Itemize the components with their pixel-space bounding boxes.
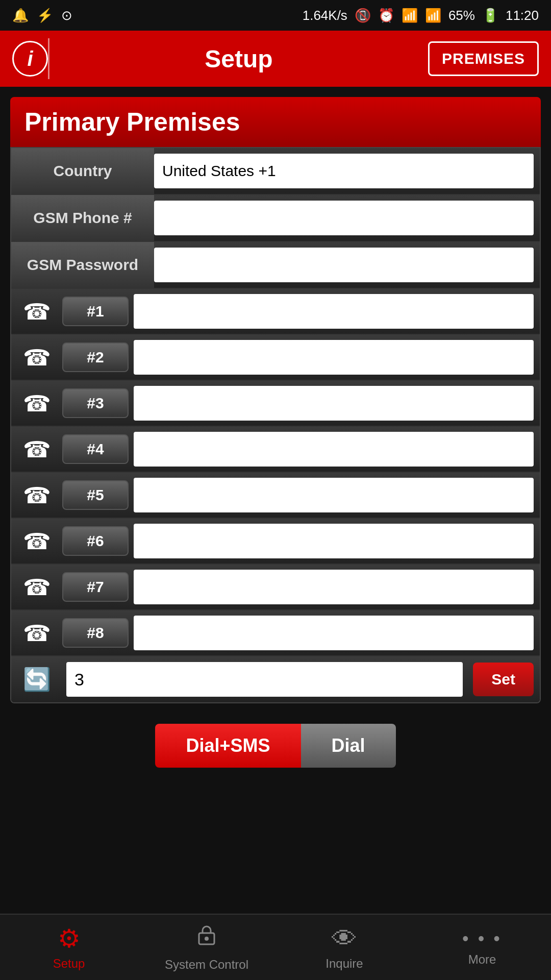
phone-icon-3: ☎ — [23, 390, 51, 416]
phone-icon-wrap-4: ☎ — [11, 436, 62, 462]
nav-item-system-control[interactable]: System Control — [138, 923, 276, 972]
clock: 11:20 — [506, 8, 539, 23]
phone-num-button-3[interactable]: #3 — [62, 388, 129, 418]
nav-item-setup[interactable]: ⚙ Setup — [0, 924, 138, 971]
svg-point-1 — [205, 937, 209, 941]
dial-sms-button[interactable]: Dial+SMS — [155, 724, 300, 768]
phone-icon-5: ☎ — [23, 482, 51, 508]
phone-icon-wrap-3: ☎ — [11, 390, 62, 416]
more-icon: • • • — [462, 928, 502, 949]
nav-item-inquire[interactable]: 👁 Inquire — [276, 924, 413, 971]
phone-num-button-8[interactable]: #8 — [62, 618, 129, 648]
retry-icon-wrap: 🔄 — [11, 666, 62, 693]
gsm-phone-label: GSM Phone # — [11, 195, 154, 241]
phone-row-7: ☎ #7 — [11, 565, 540, 610]
phone-input-6[interactable] — [134, 524, 534, 558]
phone-num-button-2[interactable]: #2 — [62, 342, 129, 372]
phone-num-button-5[interactable]: #5 — [62, 480, 129, 510]
circle-icon: ⊙ — [61, 8, 72, 23]
gsm-phone-row: GSM Phone # — [11, 195, 540, 242]
info-button[interactable]: i — [12, 41, 48, 77]
gsm-password-input[interactable] — [154, 248, 534, 282]
phone-row-3: ☎ #3 — [11, 381, 540, 427]
phone-icon-wrap-8: ☎ — [11, 620, 62, 646]
more-label: More — [468, 952, 496, 967]
phone-row-6: ☎ #6 — [11, 519, 540, 565]
gsm-phone-input[interactable] — [154, 201, 534, 235]
section-header: Primary Premises — [10, 97, 541, 147]
phone-icon-2: ☎ — [23, 345, 51, 371]
top-nav: i Setup PREMISES — [0, 31, 551, 87]
phone-icon-wrap-6: ☎ — [11, 528, 62, 554]
country-label: Country — [11, 148, 154, 194]
section-title: Primary Premises — [24, 108, 240, 136]
phone-num-button-6[interactable]: #6 — [62, 526, 129, 556]
gsm-password-label: GSM Password — [11, 242, 154, 288]
system-control-icon — [194, 923, 219, 954]
setup-label: Setup — [53, 957, 85, 971]
phone-row-2: ☎ #2 — [11, 335, 540, 381]
phone-row-5: ☎ #5 — [11, 473, 540, 519]
phone-icon-8: ☎ — [23, 620, 51, 646]
phone-icon-wrap-5: ☎ — [11, 482, 62, 508]
setup-icon: ⚙ — [58, 924, 81, 953]
retry-row: 🔄 Set — [11, 656, 540, 702]
phone-input-3[interactable] — [134, 386, 534, 421]
phone-num-button-4[interactable]: #4 — [62, 434, 129, 464]
phone-input-5[interactable] — [134, 478, 534, 512]
battery-icon: 🔋 — [482, 8, 498, 23]
phone-icon-wrap-7: ☎ — [11, 574, 62, 600]
dial-button[interactable]: Dial — [301, 724, 396, 768]
status-right: 1.64K/s 📵 ⏰ 📶 📶 65% 🔋 11:20 — [303, 8, 539, 23]
status-left: 🔔 ⚡ ⊙ — [12, 8, 72, 23]
phone-num-button-1[interactable]: #1 — [62, 297, 129, 326]
phone-row-1: ☎ #1 — [11, 289, 540, 335]
phone-icon-1: ☎ — [23, 299, 51, 325]
alarm-icon: ⏰ — [378, 8, 394, 23]
form-container: Country GSM Phone # GSM Password ☎ #1 ☎ — [10, 147, 541, 703]
inquire-icon: 👁 — [332, 924, 357, 953]
phone-icon-wrap-1: ☎ — [11, 299, 62, 325]
speed-indicator: 1.64K/s — [303, 8, 347, 23]
nav-item-more[interactable]: • • • More — [413, 928, 551, 967]
info-icon: i — [27, 47, 33, 70]
phone-icon-4: ☎ — [23, 436, 51, 462]
dial-buttons: Dial+SMS Dial — [10, 724, 541, 768]
phone-num-button-7[interactable]: #7 — [62, 572, 129, 602]
phone-input-4[interactable] — [134, 432, 534, 467]
battery-percent: 65% — [448, 8, 475, 23]
notification-icon: 🔔 — [12, 8, 29, 23]
wifi-icon: 📶 — [402, 8, 418, 23]
signal-icon: 📶 — [425, 8, 441, 23]
phone-icon-7: ☎ — [23, 574, 51, 600]
phone-row-8: ☎ #8 — [11, 610, 540, 656]
bottom-nav: ⚙ Setup System Control 👁 Inquire • • • M… — [0, 914, 551, 980]
phone-icon-wrap-2: ☎ — [11, 345, 62, 371]
usb-icon: ⚡ — [37, 8, 53, 23]
inquire-label: Inquire — [325, 957, 363, 971]
premises-button[interactable]: PREMISES — [428, 41, 539, 76]
page-title: Setup — [49, 45, 428, 73]
main-content: Primary Premises Country GSM Phone # GSM… — [0, 87, 551, 778]
retry-input[interactable] — [66, 662, 463, 697]
status-bar: 🔔 ⚡ ⊙ 1.64K/s 📵 ⏰ 📶 📶 65% 🔋 11:20 — [0, 0, 551, 31]
phone-input-7[interactable] — [134, 570, 534, 604]
gsm-password-row: GSM Password — [11, 242, 540, 289]
retry-icon: 🔄 — [23, 666, 51, 693]
country-row: Country — [11, 148, 540, 195]
phone-icon-6: ☎ — [23, 528, 51, 554]
phone-row-4: ☎ #4 — [11, 427, 540, 473]
set-button[interactable]: Set — [473, 663, 534, 696]
country-input[interactable] — [154, 154, 534, 188]
phone-input-1[interactable] — [134, 294, 534, 329]
phone-input-8[interactable] — [134, 616, 534, 650]
system-control-label: System Control — [165, 958, 248, 972]
phone-input-2[interactable] — [134, 340, 534, 375]
no-notify-icon: 📵 — [355, 8, 371, 23]
